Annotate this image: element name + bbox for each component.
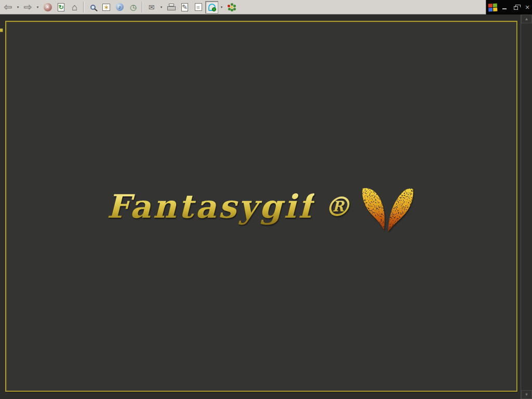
scroll-up-button[interactable]: ▲ <box>521 15 532 23</box>
forward-dropdown-button[interactable]: ▾ <box>35 1 41 14</box>
messenger-dropdown-button[interactable]: ▾ <box>219 1 224 14</box>
forward-button[interactable]: ⇨ <box>21 1 34 14</box>
page-border-frame: Fantasygif ® <box>5 21 517 392</box>
discuss-button[interactable]: ≡ <box>192 1 205 14</box>
search-button[interactable] <box>86 1 99 14</box>
site-logo: Fantasygif ® <box>107 182 416 231</box>
registered-trademark-symbol: ® <box>324 191 351 222</box>
gold-corner-decoration <box>0 29 3 32</box>
minimize-icon <box>502 8 507 9</box>
butterfly-image <box>358 185 416 234</box>
messenger-icon <box>208 4 216 11</box>
logo-text: Fantasygif <box>107 188 314 225</box>
close-button[interactable]: × <box>523 3 531 11</box>
home-icon: ⌂ <box>72 3 77 12</box>
minimize-button[interactable] <box>500 3 509 11</box>
restore-icon <box>514 6 518 10</box>
windows-logo-icon <box>488 3 498 11</box>
messenger-button[interactable] <box>205 1 218 14</box>
discuss-icon: ≡ <box>195 3 202 11</box>
scroll-down-button[interactable]: ▼ <box>521 390 532 399</box>
history-icon: ◷ <box>130 3 137 11</box>
mail-dropdown-button[interactable]: ▾ <box>158 1 164 14</box>
media-icon: ♪ <box>116 3 124 11</box>
browser-window: ⇦ ▾ ⇨ ▾ × ↻ ⌂ ∗ ♪ ◷ <box>0 0 532 399</box>
back-dropdown-button[interactable]: ▾ <box>15 1 21 14</box>
refresh-button[interactable]: ↻ <box>55 1 68 14</box>
edit-button[interactable]: ✎ <box>178 1 191 14</box>
scroll-down-icon: ▼ <box>525 392 529 397</box>
chevron-down-icon: ▾ <box>161 5 163 9</box>
back-icon: ⇦ <box>4 2 12 12</box>
media-button[interactable]: ♪ <box>113 1 126 14</box>
print-button[interactable] <box>165 1 178 14</box>
favorites-button[interactable]: ∗ <box>100 1 113 14</box>
toolbar-separator <box>83 2 84 12</box>
chevron-down-icon: ▾ <box>221 5 223 9</box>
history-button[interactable]: ◷ <box>127 1 140 14</box>
restore-button[interactable] <box>512 3 520 11</box>
stop-button[interactable]: × <box>41 1 54 14</box>
scroll-up-icon: ▲ <box>525 17 529 21</box>
titlebar-right: × <box>486 0 532 15</box>
toolbar-separator <box>142 2 143 12</box>
browser-toolbar: ⇦ ▾ ⇨ ▾ × ↻ ⌂ ∗ ♪ ◷ <box>0 0 486 15</box>
back-button[interactable]: ⇦ <box>2 1 15 14</box>
favorites-icon: ∗ <box>102 4 110 11</box>
mail-button[interactable]: ✉ <box>145 1 158 14</box>
icq-button[interactable] <box>225 1 238 14</box>
edit-icon: ✎ <box>181 3 188 11</box>
page-content: Fantasygif ® <box>0 15 521 399</box>
icq-flower-icon <box>228 3 236 11</box>
search-icon <box>90 5 96 10</box>
home-button[interactable]: ⌂ <box>68 1 81 14</box>
close-icon: × <box>525 4 529 11</box>
chevron-down-icon: ▾ <box>37 5 39 9</box>
chevron-down-icon: ▾ <box>17 5 19 9</box>
stop-icon: × <box>44 3 52 11</box>
mail-icon: ✉ <box>149 4 155 11</box>
vertical-scrollbar[interactable]: ▲ ▼ <box>521 15 532 399</box>
forward-icon: ⇨ <box>24 2 32 12</box>
refresh-icon: ↻ <box>58 3 64 11</box>
print-icon <box>167 4 176 10</box>
